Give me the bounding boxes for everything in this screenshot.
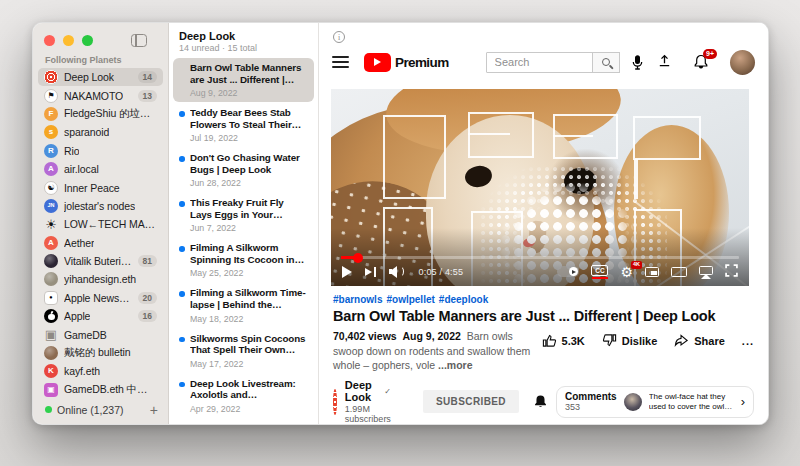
notification-count-badge: 9+ [703, 49, 717, 59]
more-actions-button[interactable]: ... [742, 335, 754, 347]
top-comment-preview: The owl-face hat they used to cover the … [649, 392, 734, 412]
account-avatar[interactable] [730, 50, 755, 75]
sidebar-feed-item[interactable]: ▣ GameDB.eth 中文版 [38, 381, 163, 399]
unread-dot [179, 291, 185, 297]
hashtag-link[interactable]: #barnowls [333, 294, 382, 305]
feed-icon [44, 309, 58, 323]
desktop-background: Following Planets Deep Look 14 ⚑ NAKAMOT… [0, 0, 800, 466]
sidebar-feed-item[interactable]: 戴铭的 bulletin [38, 344, 163, 362]
expand-comments-chevron-icon[interactable]: › [741, 394, 745, 409]
subscribed-button[interactable]: SUBSCRIBED [423, 390, 519, 413]
sidebar-feed-item[interactable]: A air.local [38, 160, 163, 178]
sidebar-feed-item[interactable]: ▣ GameDB [38, 325, 163, 343]
captions-button[interactable]: CC [591, 265, 608, 280]
hashtag-link[interactable]: #owlpellet [386, 294, 434, 305]
channel-name[interactable]: Deep Look ✓ [345, 379, 391, 403]
next-video-icon[interactable] [365, 267, 376, 277]
notifications-bell-icon[interactable]: 9+ [693, 54, 709, 70]
channel-meta: Deep Look ✓ 1.99M subscribers [345, 379, 391, 424]
sidebar-feed-item[interactable]: F FledgeShiu 的垃圾堆 [38, 105, 163, 123]
search-button[interactable] [592, 52, 620, 73]
airplay-icon[interactable] [699, 266, 713, 275]
comments-summary: Comments 353 [565, 391, 617, 413]
play-icon[interactable] [342, 266, 352, 278]
volume-icon[interactable] [389, 265, 406, 278]
like-button[interactable]: 5.3K [542, 333, 585, 348]
article-title: Filming a Silkworm Time-lapse | Behind t… [190, 287, 307, 310]
dislike-button[interactable]: Dislike [602, 333, 657, 348]
youtube-header: Premium 9+ [319, 45, 768, 79]
sidebar-feed-item[interactable]: K kayf.eth [38, 362, 163, 380]
sidebar-feed-item[interactable]: Apple 16 [38, 307, 163, 325]
voice-search-icon[interactable] [631, 55, 644, 70]
article-title: Filming A Silkworm Spinning Its Cocoon i… [190, 242, 307, 265]
unread-count-badge: 20 [138, 292, 157, 304]
sidebar-feed-item[interactable]: Vitalik Buterin's we... 81 [38, 252, 163, 270]
time-display: 0:05 / 4:55 [419, 267, 464, 277]
share-button[interactable]: Share [674, 333, 725, 348]
article-list-item[interactable]: This Freaky Fruit Fly Lays Eggs in Your … [173, 193, 314, 237]
sidebar-feed-item[interactable]: yihandesign.eth [38, 270, 163, 288]
feed-icon: ● [44, 291, 58, 305]
hashtag-link[interactable]: #deeplook [439, 294, 488, 305]
zoom-window-button[interactable] [82, 35, 93, 46]
article-title: Deep Look Livestream: Axolotls and Hummi… [190, 378, 307, 401]
sidebar-feed-item[interactable]: s sparanoid [38, 123, 163, 141]
article-list-item[interactable]: Filming a Silkworm Time-lapse | Behind t… [173, 283, 314, 327]
article-date: May 18, 2022 [190, 314, 307, 324]
article-list-item[interactable]: Filming Barnacle Sex! | Behind the Scene… [173, 419, 314, 424]
view-count: 70,402 views [333, 330, 397, 342]
article-list-item[interactable]: Don't Go Chasing Water Bugs | Deep Look … [173, 148, 314, 192]
sidebar-feed-item[interactable]: ☀ LOW←TECH MAGAZINE [38, 215, 163, 233]
upload-icon[interactable] [657, 53, 672, 72]
show-more-link[interactable]: ...more [438, 359, 472, 371]
feed-name: Apple [64, 310, 90, 322]
sidebar-feed-item[interactable]: ⚑ NAKAMOTO 13 [38, 86, 163, 104]
article-list-item[interactable]: Silkworms Spin Cocoons That Spell Their … [173, 329, 314, 373]
miniplayer-icon[interactable] [645, 267, 659, 277]
menu-icon[interactable] [332, 56, 349, 68]
article-list-item[interactable]: Deep Look Livestream: Axolotls and Hummi… [173, 374, 314, 418]
article-title: Teddy Bear Bees Stab Flowers To Steal Th… [190, 107, 307, 130]
header-actions: 9+ [657, 50, 755, 75]
channel-avatar[interactable] [333, 389, 337, 415]
sidebar-footer: Online (1,237) + [33, 399, 168, 424]
feed-name: kayf.eth [64, 365, 100, 377]
article-list-header: Deep Look 14 unread · 15 total [169, 23, 318, 56]
feed-icon [44, 346, 58, 360]
toggle-sidebar-icon[interactable] [131, 34, 147, 47]
settings-gear-icon[interactable]: 4K [620, 265, 633, 279]
sidebar-feed-item[interactable]: ☯ Inner Peace [38, 178, 163, 196]
feed-icon: ▣ [44, 328, 58, 342]
article-list-item[interactable]: Barn Owl Table Manners are Just ... Diff… [173, 58, 314, 102]
search-input[interactable] [486, 52, 593, 73]
page-info-icon[interactable] [333, 31, 345, 43]
minimize-window-button[interactable] [63, 35, 74, 46]
close-window-button[interactable] [44, 35, 55, 46]
article-list-item[interactable]: Filming A Silkworm Spinning Its Cocoon i… [173, 238, 314, 282]
sidebar-feed-item[interactable]: JN jolestar's nodes [38, 197, 163, 215]
youtube-premium-logo[interactable]: Premium [364, 53, 449, 72]
sidebar-feed-item[interactable]: R Rio [38, 142, 163, 160]
theater-mode-icon[interactable] [671, 267, 687, 277]
feed-icon: ☯ [44, 181, 58, 195]
sidebar-feed-item[interactable]: Deep Look 14 [38, 68, 163, 86]
comments-preview-card[interactable]: Comments 353 The owl-face hat they used … [556, 386, 754, 418]
youtube-play-icon [364, 53, 391, 72]
autoplay-toggle[interactable] [557, 266, 579, 277]
feed-icon: ⚑ [44, 89, 58, 103]
sidebar-feed-item[interactable]: ● Apple Newsroom 20 [38, 289, 163, 307]
add-feed-button[interactable]: + [150, 403, 158, 417]
article-title: Barn Owl Table Manners are Just ... Diff… [190, 62, 307, 85]
article-list-item[interactable]: Teddy Bear Bees Stab Flowers To Steal Th… [173, 103, 314, 147]
unread-count-badge: 81 [138, 255, 157, 267]
fullscreen-icon[interactable] [725, 263, 738, 281]
video-player[interactable]: 0:05 / 4:55 CC 4K [331, 89, 749, 286]
feed-icon [44, 70, 58, 84]
sidebar-feed-item[interactable]: A Aether [38, 234, 163, 252]
comments-label: Comments [565, 391, 617, 403]
upload-date: Aug 9, 2022 [402, 330, 460, 342]
cc-enabled-underline [592, 277, 608, 279]
channel-notifications-bell-icon[interactable] [533, 394, 548, 409]
feed-icon: ▣ [44, 383, 58, 397]
